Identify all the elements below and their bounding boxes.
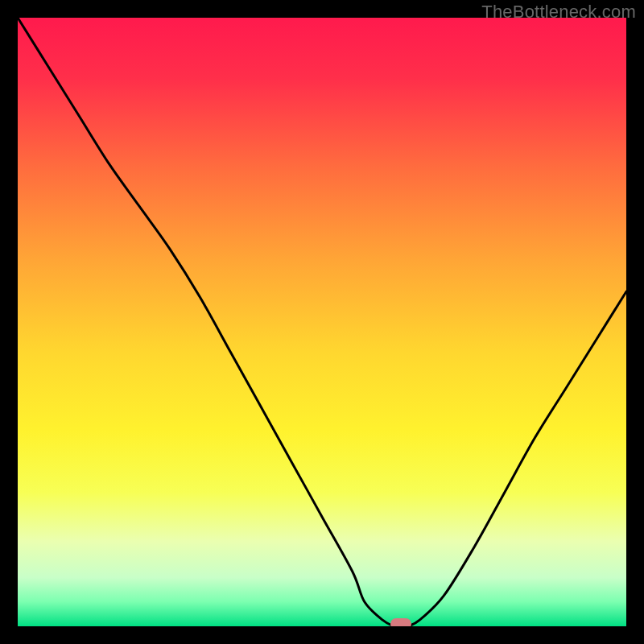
- plot-area: [18, 18, 626, 626]
- chart-frame: TheBottleneck.com: [0, 0, 644, 644]
- gradient-bg: [18, 18, 626, 626]
- bottleneck-marker: [390, 618, 411, 626]
- plot-svg: [18, 18, 626, 626]
- watermark-text: TheBottleneck.com: [481, 2, 636, 23]
